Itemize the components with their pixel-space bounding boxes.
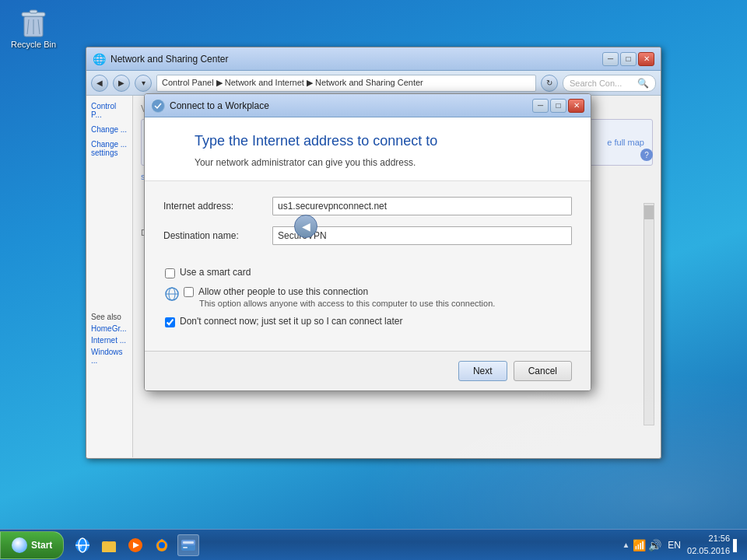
dont-connect-checkbox[interactable] xyxy=(165,317,175,327)
internet-address-row: Internet address: xyxy=(163,197,572,215)
clock-time: 21:56 xyxy=(687,533,730,544)
destination-name-row: Destination name: xyxy=(163,226,572,245)
internet-options-link[interactable]: Internet ... xyxy=(91,336,128,345)
clock-date: 02.05.2016 xyxy=(687,545,730,557)
internet-address-label: Internet address: xyxy=(163,201,272,212)
internet-address-input[interactable] xyxy=(272,197,572,215)
show-desktop-button[interactable]: ▌ xyxy=(733,539,741,551)
bg-window-maximize-button[interactable]: □ xyxy=(620,52,637,66)
taskbar-clock[interactable]: 21:56 02.05.2016 xyxy=(687,533,730,557)
bg-sidebar: Control P... Change ... Change ...settin… xyxy=(86,96,133,457)
bg-window-titlebar: 🌐 Network and Sharing Center ─ □ ✕ xyxy=(86,47,661,71)
search-icon: 🔍 xyxy=(637,78,649,89)
file-explorer-icon[interactable] xyxy=(98,534,120,556)
start-orb xyxy=(12,537,27,553)
dialog-footer: Next Cancel xyxy=(145,351,591,390)
control-panel-link[interactable]: Control P... xyxy=(91,102,128,119)
dialog-heading: Type the Internet address to connect to xyxy=(195,133,572,149)
destination-name-input[interactable] xyxy=(272,226,572,245)
change-advanced-link[interactable]: Change ...settings xyxy=(91,140,128,157)
dialog-subtitle: Your network administrator can give you … xyxy=(195,157,572,168)
dialog-titlebar: Connect to a Workplace ─ □ ✕ xyxy=(145,94,591,117)
media-player-icon[interactable] xyxy=(124,534,146,556)
language-indicator[interactable]: EN xyxy=(665,540,684,551)
help-button[interactable]: ? xyxy=(640,149,653,161)
allow-others-checkbox[interactable] xyxy=(184,287,194,297)
bg-window-title: Network and Sharing Center xyxy=(110,54,601,65)
system-tray-icons: 📶 🔊 xyxy=(633,539,661,551)
see-also-label: See also xyxy=(91,313,128,321)
dont-connect-label: Don't connect now; just set it up so I c… xyxy=(180,316,402,327)
allow-others-label: Allow other people to use this connectio… xyxy=(198,286,368,297)
back-nav-button[interactable]: ◀ xyxy=(294,215,317,238)
svg-rect-23 xyxy=(183,547,188,548)
vpn-dialog: Connect to a Workplace ─ □ ✕ ◀ Type the … xyxy=(144,93,591,391)
destination-name-label: Destination name: xyxy=(163,230,272,241)
taskbar-quicklaunch: e xyxy=(67,534,204,556)
smart-card-label: Use a smart card xyxy=(180,267,251,278)
homegroup-link[interactable]: HomeGr... xyxy=(91,324,128,333)
scrollbar[interactable] xyxy=(644,203,654,425)
firefox-icon[interactable] xyxy=(151,534,173,556)
search-box[interactable]: Search Con... 🔍 xyxy=(563,75,656,92)
expand-tray-button[interactable]: ▲ xyxy=(622,541,630,549)
dialog-content: ◀ Type the Internet address to connect t… xyxy=(145,117,591,390)
taskbar: Start e xyxy=(0,529,747,560)
network-window-icon: 🌐 xyxy=(93,53,106,65)
allow-others-row: Allow other people to use this connectio… xyxy=(163,286,572,308)
start-button[interactable]: Start xyxy=(0,531,64,559)
full-map-link[interactable]: e full map xyxy=(607,138,644,147)
change-adapter-link[interactable]: Change ... xyxy=(91,125,128,134)
svg-rect-15 xyxy=(102,543,116,552)
dialog-maximize-button[interactable]: □ xyxy=(550,99,566,113)
windows-firewall-link[interactable]: Windows ... xyxy=(91,348,128,365)
taskbar-right: ▲ 📶 🔊 EN 21:56 02.05.2016 ▌ xyxy=(622,533,747,557)
svg-point-6 xyxy=(152,100,164,112)
recycle-bin-label: Recycle Bin xyxy=(11,40,56,49)
dialog-icon xyxy=(151,99,165,113)
svg-point-19 xyxy=(159,542,165,548)
recycle-bin-icon[interactable]: Recycle Bin xyxy=(6,4,61,49)
refresh-button[interactable]: ↻ xyxy=(541,75,558,92)
recent-pages-button[interactable]: ▾ xyxy=(135,75,152,92)
back-button[interactable]: ◀ xyxy=(91,75,108,92)
dont-connect-row: Don't connect now; just set it up so I c… xyxy=(163,316,572,327)
cancel-button[interactable]: Cancel xyxy=(514,361,572,381)
dialog-close-button[interactable]: ✕ xyxy=(568,99,584,113)
dialog-minimize-button[interactable]: ─ xyxy=(532,99,549,113)
svg-rect-2 xyxy=(30,10,37,13)
search-placeholder: Search Con... xyxy=(570,79,622,88)
address-bar: ◀ ▶ ▾ Control Panel ▶ Network and Intern… xyxy=(86,71,661,96)
dialog-title-text: Connect to a Workplace xyxy=(170,100,531,111)
bg-window-minimize-button[interactable]: ─ xyxy=(602,52,619,66)
desktop: Recycle Bin 🌐 Network and Sharing Center… xyxy=(0,0,747,560)
internet-explorer-icon[interactable]: e xyxy=(72,534,93,556)
recycle-bin-svg xyxy=(18,4,49,38)
dialog-header-strip: ◀ Type the Internet address to connect t… xyxy=(145,117,591,181)
dialog-body: Internet address: Destination name: Use … xyxy=(145,181,591,351)
sound-icon[interactable]: 🔊 xyxy=(648,539,661,551)
forward-button[interactable]: ▶ xyxy=(113,75,130,92)
start-label: Start xyxy=(31,540,52,551)
svg-rect-22 xyxy=(183,541,194,544)
svg-text:e: e xyxy=(79,543,82,550)
network-tray-icon[interactable]: 📶 xyxy=(633,539,646,551)
vpn-taskbar-icon[interactable] xyxy=(177,534,199,556)
bg-window-close-button[interactable]: ✕ xyxy=(638,52,654,66)
smart-card-row: Use a smart card xyxy=(163,267,572,278)
next-button[interactable]: Next xyxy=(458,361,507,381)
allow-others-sublabel: This option allows anyone with access to… xyxy=(184,299,495,308)
scroll-thumb[interactable] xyxy=(644,205,654,219)
address-path[interactable]: Control Panel ▶ Network and Internet ▶ N… xyxy=(156,75,536,92)
network-icon xyxy=(163,286,181,302)
smart-card-checkbox[interactable] xyxy=(165,268,175,278)
